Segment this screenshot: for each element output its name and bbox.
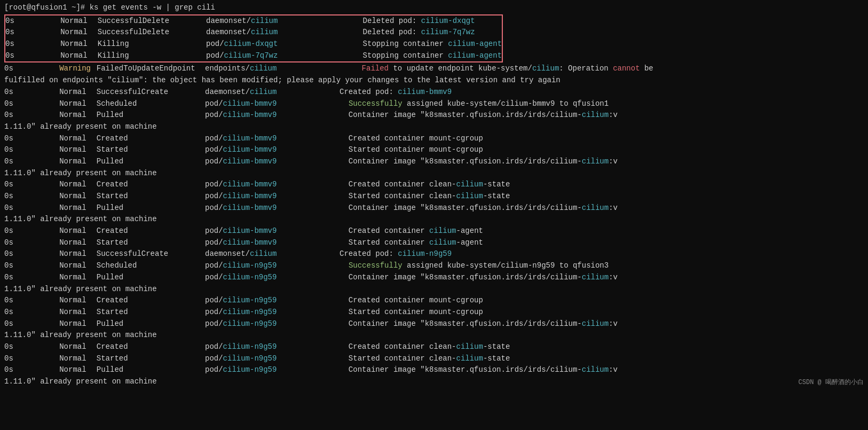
command-line: [root@qfusion1 ~]# ks get events -w | gr… xyxy=(4,2,864,14)
age-col: 0s xyxy=(5,50,25,62)
type-col: Normal xyxy=(25,15,89,27)
table-row: 0s Normal Started pod/cilium-bmmv9 Start… xyxy=(4,191,864,202)
object-col: endpoints/cilium xyxy=(205,63,344,75)
continuation-row: 1.11.0" already present on machine xyxy=(4,121,864,133)
table-row: 0s Normal Created pod/cilium-n9g59 Creat… xyxy=(4,295,864,307)
continuation-row: 1.11.0" already present on machine xyxy=(4,376,864,388)
terminal: [root@qfusion1 ~]# ks get events -w | gr… xyxy=(0,0,868,390)
table-row: 0s Normal Pulled pod/cilium-bmmv9 Contai… xyxy=(4,202,864,214)
reason-col: SuccessfulDelete xyxy=(89,27,206,38)
type-col: Normal xyxy=(25,38,89,50)
table-row: 0s Normal Killing pod/cilium-7q7wz Stopp… xyxy=(5,50,502,62)
table-row: 0s Normal Started pod/cilium-n9g59 Start… xyxy=(4,353,864,365)
msg-col: Failed to update endpoint kube-system/ci… xyxy=(344,63,653,75)
msg-col: Deleted pod: cilium-7q7wz xyxy=(345,27,475,38)
table-row: 0s Normal Pulled pod/cilium-n9g59 Contai… xyxy=(4,272,864,284)
table-row: 0s Normal Scheduled pod/cilium-n9g59 Suc… xyxy=(4,260,864,272)
object-col: daemonset/cilium xyxy=(206,15,345,27)
table-row: 0s Normal SuccessfulDelete daemonset/cil… xyxy=(5,15,502,27)
watermark: CSDN @ 喝醉酒的小白 xyxy=(799,378,864,388)
reason-col: Killing xyxy=(89,38,206,50)
reason-col: FailedToUpdateEndpoint xyxy=(88,63,205,75)
table-row: 0s Normal Pulled pod/cilium-n9g59 Contai… xyxy=(4,364,864,376)
continuation-row: 1.11.0" already present on machine xyxy=(4,284,864,295)
object-col: daemonset/cilium xyxy=(206,27,345,38)
type-col: Warning xyxy=(23,63,88,75)
msg-col: Stopping container cilium-agent xyxy=(345,50,502,62)
table-row: 0s Normal Started pod/cilium-n9g59 Start… xyxy=(4,307,864,318)
table-row: 0s Normal Created pod/cilium-bmmv9 Creat… xyxy=(4,225,864,237)
table-row: 0s Normal SuccessfulCreate daemonset/cil… xyxy=(4,87,864,98)
type-col: Normal xyxy=(25,27,89,38)
reason-col: SuccessfulDelete xyxy=(89,15,206,27)
table-row: 0s Normal Started pod/cilium-bmmv9 Start… xyxy=(4,144,864,156)
table-row: 0s Normal Scheduled pod/cilium-bmmv9 Suc… xyxy=(4,98,864,110)
age-col: 0s xyxy=(5,15,25,27)
type-col: Normal xyxy=(25,50,89,62)
continuation-row: 1.11.0" already present on machine xyxy=(4,214,864,225)
table-row: 0s Normal SuccessfulDelete daemonset/cil… xyxy=(5,27,502,38)
continuation-row: 1.11.0" already present on machine xyxy=(4,168,864,179)
age-col: 0s xyxy=(4,63,23,75)
table-row: 0s Normal Created pod/cilium-bmmv9 Creat… xyxy=(4,179,864,191)
table-row: 0s Normal Created pod/cilium-bmmv9 Creat… xyxy=(4,133,864,145)
table-row: 0s Normal Pulled pod/cilium-bmmv9 Contai… xyxy=(4,110,864,121)
table-row: 0s Normal SuccessfulCreate daemonset/cil… xyxy=(4,248,864,260)
object-col: pod/cilium-dxqgt xyxy=(206,38,345,50)
table-row: 0s Normal Pulled pod/cilium-bmmv9 Contai… xyxy=(4,156,864,168)
table-row: 0s Normal Created pod/cilium-n9g59 Creat… xyxy=(4,341,864,353)
age-col: 0s xyxy=(5,27,25,38)
reason-col: Killing xyxy=(89,50,206,62)
table-row: 0s Normal Pulled pod/cilium-n9g59 Contai… xyxy=(4,318,864,330)
table-row: 0s Warning FailedToUpdateEndpoint endpoi… xyxy=(4,63,864,75)
table-row: fulfilled on endpoints "cilium": the obj… xyxy=(4,75,864,87)
table-row: 0s Normal Started pod/cilium-bmmv9 Start… xyxy=(4,237,864,249)
object-col: pod/cilium-7q7wz xyxy=(206,50,345,62)
table-row: 0s Normal Killing pod/cilium-dxqgt Stopp… xyxy=(5,38,502,50)
age-col: 0s xyxy=(5,38,25,50)
msg-col: Deleted pod: cilium-dxqgt xyxy=(345,15,475,27)
continuation-row: 1.11.0" already present on machine xyxy=(4,330,864,341)
msg-col: Stopping container cilium-agent xyxy=(345,38,502,50)
